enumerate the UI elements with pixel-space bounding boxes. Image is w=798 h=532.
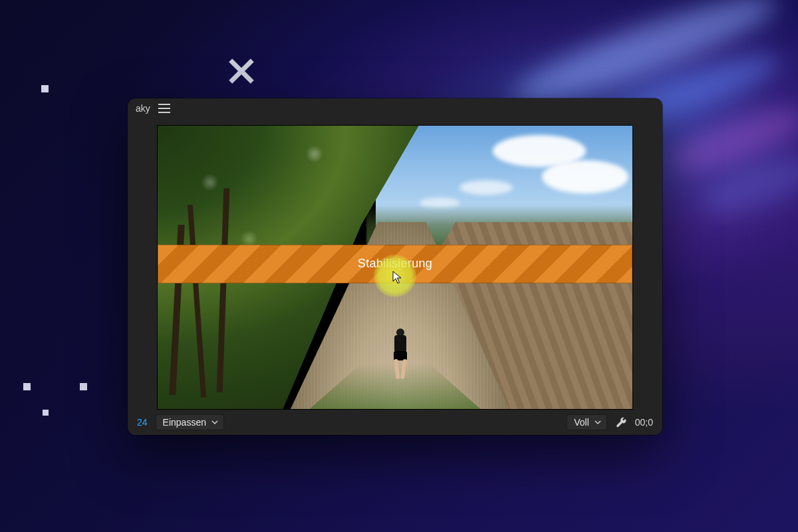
bg-particle <box>80 383 87 390</box>
panel-title-bar: aky <box>128 98 662 118</box>
fit-select-value: Einpassen <box>163 417 206 428</box>
video-frame[interactable]: Stabilisierung <box>157 125 633 410</box>
close-icon <box>226 56 257 86</box>
wrench-icon[interactable] <box>615 416 627 428</box>
bg-particle <box>43 410 49 416</box>
chevron-down-icon <box>211 419 218 426</box>
stabilization-banner-text: Stabilisierung <box>358 257 432 271</box>
chevron-down-icon <box>595 419 601 426</box>
timecode-current[interactable]: 24 <box>137 417 148 428</box>
viewer-area: Stabilisierung <box>128 118 662 410</box>
quality-select-value: Voll <box>574 417 589 428</box>
viewer-controls: 24 Einpassen Voll 00;0 <box>128 410 662 435</box>
hamburger-icon[interactable] <box>158 104 170 113</box>
quality-select[interactable]: Voll <box>567 414 607 430</box>
program-monitor-panel: aky <box>128 98 662 435</box>
fit-select[interactable]: Einpassen <box>156 414 224 430</box>
timecode-duration: 00;0 <box>635 417 653 428</box>
stabilization-banner: Stabilisierung <box>158 245 632 283</box>
runner-figure <box>391 329 410 380</box>
panel-title: aky <box>136 103 150 114</box>
bg-particle <box>41 85 49 92</box>
bg-particle <box>23 383 31 390</box>
